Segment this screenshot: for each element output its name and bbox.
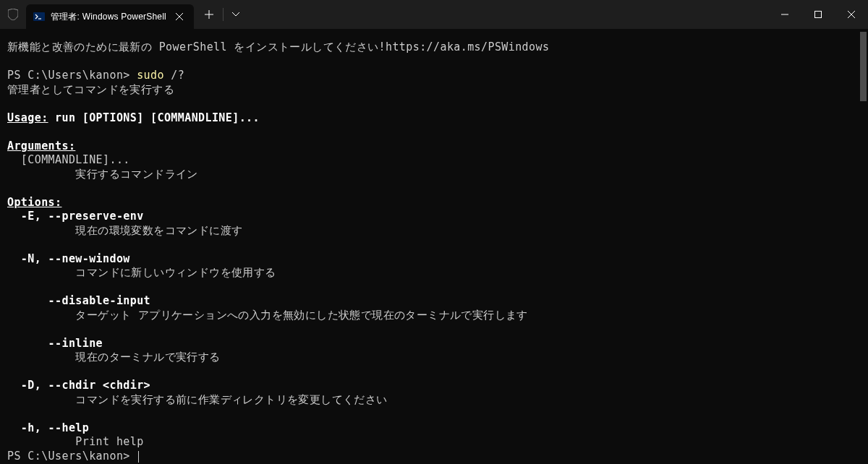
help-title: 管理者としてコマンドを実行する bbox=[7, 83, 861, 98]
opt-inline-desc: 現在のターミナルで実行する bbox=[7, 351, 861, 365]
banner-line: 新機能と改善のために最新の PowerShell をインストールしてください!h… bbox=[7, 40, 861, 55]
options-label: Options: bbox=[7, 196, 861, 210]
opt-D-flag: -D, --chdir <chdir> bbox=[7, 379, 861, 393]
scrollbar-thumb[interactable] bbox=[860, 32, 867, 101]
powershell-icon bbox=[33, 11, 45, 22]
tab-divider bbox=[223, 8, 224, 21]
minimize-button[interactable] bbox=[768, 0, 801, 29]
tab-title: 管理者: Windows PowerShell bbox=[51, 11, 166, 23]
prompt2: PS C:\Users\kanon> bbox=[7, 450, 137, 463]
shield-icon bbox=[0, 0, 26, 29]
new-tab-button[interactable] bbox=[197, 2, 221, 27]
opt-h-desc: Print help bbox=[7, 435, 861, 450]
maximize-button[interactable] bbox=[801, 0, 835, 29]
svg-rect-7 bbox=[815, 12, 822, 18]
usage-text: run [OPTIONS] [COMMANDLINE]... bbox=[48, 111, 260, 124]
opt-E-flag: -E, --preserve-env bbox=[7, 210, 861, 224]
command-sudo: sudo bbox=[137, 69, 164, 82]
arg-desc: 実行するコマンドライン bbox=[7, 168, 861, 182]
opt-disable-desc: ターゲット アプリケーションへの入力を無効にした状態で現在のターミナルで実行しま… bbox=[7, 309, 861, 323]
opt-N-desc: コマンドに新しいウィンドウを使用する bbox=[7, 266, 861, 280]
command-args: /? bbox=[164, 69, 184, 82]
opt-disable-flag: --disable-input bbox=[7, 294, 861, 309]
window-controls bbox=[768, 0, 868, 29]
prompt-prefix: PS C:\Users\kanon> bbox=[7, 69, 137, 82]
opt-h-flag: -h, --help bbox=[7, 421, 861, 436]
opt-N-flag: -N, --new-window bbox=[7, 252, 861, 267]
opt-inline-flag: --inline bbox=[7, 337, 861, 351]
arg-name: [COMMANDLINE]... bbox=[7, 153, 861, 168]
cursor bbox=[138, 451, 139, 463]
arguments-label: Arguments: bbox=[7, 139, 861, 154]
close-button[interactable] bbox=[835, 0, 868, 29]
tab-dropdown-button[interactable] bbox=[225, 2, 247, 27]
tab-close-button[interactable] bbox=[172, 9, 187, 24]
tab-active[interactable]: 管理者: Windows PowerShell bbox=[26, 4, 194, 29]
terminal-output[interactable]: 新機能と改善のために最新の PowerShell をインストールしてください!h… bbox=[0, 29, 868, 463]
usage-label: Usage: bbox=[7, 111, 48, 124]
svg-rect-0 bbox=[33, 12, 45, 21]
opt-E-desc: 現在の環境変数をコマンドに渡す bbox=[7, 224, 861, 239]
opt-D-desc: コマンドを実行する前に作業ディレクトリを変更してください bbox=[7, 393, 861, 408]
titlebar: 管理者: Windows PowerShell bbox=[0, 0, 868, 29]
